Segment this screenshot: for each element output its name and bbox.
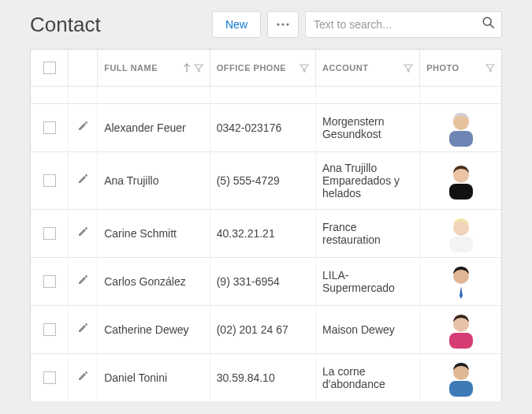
page-title: Contact: [30, 13, 101, 37]
svg-point-2: [286, 23, 288, 25]
edit-row-button[interactable]: [77, 371, 88, 384]
svg-point-1: [281, 23, 284, 25]
row-checkbox[interactable]: [43, 227, 56, 240]
search-input[interactable]: [305, 11, 502, 38]
edit-row-button[interactable]: [77, 275, 88, 288]
table-row[interactable]: Carlos González(9) 331-6954LILA-Supermer…: [31, 257, 501, 305]
edit-row-button[interactable]: [77, 227, 88, 240]
ellipsis-icon: [276, 22, 290, 27]
svg-rect-13: [449, 333, 473, 349]
new-button[interactable]: New: [212, 11, 261, 38]
table-row[interactable]: Daniel Tonini30.59.84.10La corne d'abond…: [31, 353, 501, 401]
edit-row-button[interactable]: [77, 121, 88, 134]
filter-icon[interactable]: [299, 63, 309, 73]
pencil-icon: [77, 226, 88, 237]
cell-office-phone: (5) 555-4729: [210, 151, 315, 209]
avatar: [445, 109, 478, 147]
edit-row-button[interactable]: [77, 323, 88, 336]
cell-photo: [420, 353, 501, 401]
cell-photo: [420, 103, 501, 151]
svg-rect-9: [449, 237, 473, 252]
avatar: [445, 214, 478, 252]
more-actions-button[interactable]: [267, 11, 299, 38]
cell-account: Ana Trujillo Emparedados y helados: [315, 151, 419, 209]
row-checkbox[interactable]: [43, 275, 56, 288]
pencil-icon: [77, 121, 88, 132]
cell-full-name: Alexander Feuer: [98, 103, 210, 151]
cell-office-phone: 30.59.84.10: [210, 353, 315, 401]
column-header-photo[interactable]: PHOTO: [420, 50, 501, 86]
row-checkbox[interactable]: [43, 323, 56, 336]
contact-grid: FULL NAME OFFICE PHONE: [30, 49, 502, 401]
filter-icon[interactable]: [485, 63, 495, 73]
cell-photo: [420, 257, 501, 305]
avatar: [445, 359, 478, 397]
filter-icon[interactable]: [404, 63, 413, 73]
svg-rect-7: [449, 184, 473, 200]
header-checkbox-cell[interactable]: [31, 50, 69, 86]
header-edit-cell: [69, 50, 98, 86]
cell-account: LILA-Supermercado: [315, 257, 419, 305]
pencil-icon: [77, 371, 88, 382]
cell-office-phone: (02) 201 24 67: [210, 305, 315, 353]
cell-photo: [420, 305, 501, 353]
cell-account: La corne d'abondance: [315, 353, 419, 401]
row-checkbox[interactable]: [43, 371, 56, 384]
table-row[interactable]: Catherine Dewey(02) 201 24 67Maison Dewe…: [31, 305, 501, 353]
filter-row[interactable]: [31, 86, 501, 103]
row-checkbox[interactable]: [43, 174, 56, 187]
svg-rect-5: [449, 131, 473, 147]
cell-full-name: Catherine Dewey: [98, 305, 210, 353]
column-header-office-phone[interactable]: OFFICE PHONE: [210, 50, 315, 86]
cell-account: Morgenstern Gesundkost: [315, 103, 419, 151]
cell-full-name: Ana Trujillo: [98, 151, 210, 209]
cell-full-name: Carine Schmitt: [98, 209, 210, 257]
cell-office-phone: (9) 331-6954: [210, 257, 315, 305]
cell-photo: [420, 209, 501, 257]
cell-full-name: Carlos González: [98, 257, 210, 305]
pencil-icon: [77, 274, 88, 285]
avatar: [445, 311, 478, 349]
cell-account: Maison Dewey: [315, 305, 419, 353]
select-all-checkbox[interactable]: [43, 62, 56, 74]
avatar: [445, 263, 478, 300]
cell-office-phone: 0342-023176: [210, 103, 315, 151]
row-checkbox[interactable]: [43, 121, 56, 134]
pencil-icon: [77, 323, 88, 334]
cell-account: France restauration: [315, 209, 419, 257]
avatar: [445, 162, 478, 200]
cell-full-name: Daniel Tonini: [98, 353, 210, 401]
cell-photo: [420, 151, 501, 209]
svg-rect-15: [449, 381, 473, 397]
sort-asc-icon: [183, 63, 191, 73]
column-header-account[interactable]: ACCOUNT: [315, 50, 419, 86]
filter-icon[interactable]: [194, 63, 203, 73]
column-header-full-name[interactable]: FULL NAME: [98, 50, 210, 86]
table-row[interactable]: Carine Schmitt40.32.21.21France restaura…: [31, 209, 501, 257]
edit-row-button[interactable]: [77, 174, 88, 187]
table-row[interactable]: Ana Trujillo(5) 555-4729Ana Trujillo Emp…: [31, 151, 501, 209]
table-row[interactable]: Alexander Feuer0342-023176Morgenstern Ge…: [31, 103, 501, 151]
svg-point-0: [277, 23, 279, 25]
pencil-icon: [77, 173, 88, 185]
cell-office-phone: 40.32.21.21: [210, 209, 315, 257]
